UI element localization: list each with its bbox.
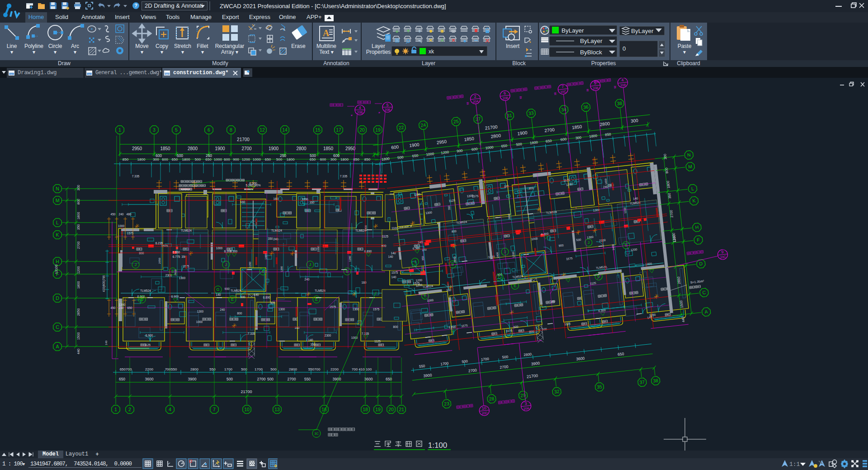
svg-text:160: 160 bbox=[362, 281, 367, 284]
svg-text:1800: 1800 bbox=[589, 134, 598, 139]
svg-text:300: 300 bbox=[76, 185, 80, 191]
svg-text:6.775: 6.775 bbox=[173, 255, 180, 258]
svg-text:A: A bbox=[56, 344, 59, 349]
svg-text:7: 7 bbox=[561, 85, 564, 89]
svg-text:#: # bbox=[351, 114, 353, 117]
svg-text:5: 5 bbox=[386, 103, 388, 107]
svg-text:15: 15 bbox=[315, 127, 321, 133]
svg-text:N: N bbox=[687, 152, 691, 158]
svg-text:21: 21 bbox=[399, 407, 404, 412]
svg-text:35: 35 bbox=[596, 384, 602, 389]
svg-text:xk: xk bbox=[429, 48, 434, 55]
svg-text:1800: 1800 bbox=[530, 140, 538, 145]
svg-text:550: 550 bbox=[304, 377, 311, 381]
svg-text:20B: 20B bbox=[593, 86, 599, 90]
svg-text:1200: 1200 bbox=[280, 266, 283, 272]
svg-text:37: 37 bbox=[639, 379, 645, 385]
svg-text:10: 10 bbox=[481, 406, 486, 411]
svg-text:650: 650 bbox=[119, 377, 125, 381]
svg-text:?: ? bbox=[134, 3, 137, 8]
svg-text:20C: 20C bbox=[560, 90, 566, 94]
svg-text:L: L bbox=[56, 220, 59, 225]
svg-text:600: 600 bbox=[162, 157, 168, 161]
svg-text:300: 300 bbox=[330, 157, 337, 161]
svg-text:1900: 1900 bbox=[215, 146, 225, 151]
svg-text:20B: 20B bbox=[620, 83, 626, 87]
svg-text:600: 600 bbox=[472, 147, 478, 152]
svg-text:1000: 1000 bbox=[253, 157, 261, 161]
svg-text:2700: 2700 bbox=[468, 368, 477, 373]
svg-text:1200: 1200 bbox=[415, 278, 423, 282]
svg-text:1000: 1000 bbox=[426, 152, 434, 157]
svg-text:300: 300 bbox=[153, 157, 159, 161]
svg-text:140: 140 bbox=[254, 293, 259, 296]
svg-text:20B: 20B bbox=[502, 96, 508, 100]
svg-text:1800: 1800 bbox=[340, 157, 349, 161]
svg-text:2650: 2650 bbox=[158, 257, 161, 264]
svg-text:2200: 2200 bbox=[145, 367, 153, 371]
svg-text:5: 5 bbox=[175, 127, 178, 133]
svg-text:28: 28 bbox=[489, 396, 495, 402]
svg-text:1000: 1000 bbox=[214, 157, 222, 161]
svg-text:650: 650 bbox=[265, 157, 271, 161]
svg-text:4: 4 bbox=[169, 407, 171, 412]
svg-text:440: 440 bbox=[76, 349, 80, 355]
svg-text:14: 14 bbox=[282, 127, 288, 133]
svg-text:650: 650 bbox=[618, 351, 624, 357]
svg-text:20C: 20C bbox=[720, 255, 726, 259]
svg-text:2: 2 bbox=[474, 94, 476, 99]
svg-text:6.900: 6.900 bbox=[146, 334, 153, 337]
svg-text:1800: 1800 bbox=[76, 212, 80, 220]
svg-text:700550: 700550 bbox=[165, 367, 177, 371]
svg-text:普: 普 bbox=[519, 95, 522, 100]
svg-text:2700: 2700 bbox=[288, 377, 296, 381]
svg-text:1:100: 1:100 bbox=[428, 441, 448, 450]
svg-text:410(600)790: 410(600)790 bbox=[102, 275, 106, 292]
svg-text:3: 3 bbox=[524, 401, 527, 406]
svg-text:500: 500 bbox=[267, 377, 274, 381]
svg-text:1: 1 bbox=[118, 127, 121, 133]
svg-text:3600: 3600 bbox=[364, 377, 373, 381]
svg-text:600: 600 bbox=[320, 157, 326, 161]
svg-text:500: 500 bbox=[462, 359, 468, 364]
svg-text:DWG: DWG bbox=[164, 73, 170, 76]
svg-text:3900: 3900 bbox=[531, 361, 540, 366]
svg-text:B: B bbox=[262, 269, 264, 274]
svg-text:1500: 1500 bbox=[76, 332, 80, 340]
svg-text:DWG: DWG bbox=[86, 73, 92, 76]
svg-text:800: 800 bbox=[451, 229, 457, 233]
svg-text:1500: 1500 bbox=[679, 300, 684, 309]
svg-text:650: 650 bbox=[412, 153, 419, 158]
svg-text:1800: 1800 bbox=[666, 180, 671, 189]
svg-text:2650: 2650 bbox=[76, 309, 80, 316]
svg-text:1125: 1125 bbox=[374, 340, 381, 343]
svg-text:900: 900 bbox=[233, 157, 239, 161]
svg-text:C: C bbox=[702, 290, 706, 295]
svg-text:350: 350 bbox=[310, 201, 315, 204]
svg-text:TLM524: TLM524 bbox=[422, 284, 434, 289]
svg-text:普: 普 bbox=[586, 88, 589, 92]
svg-text:34: 34 bbox=[561, 106, 567, 112]
svg-text:1700: 1700 bbox=[224, 367, 232, 371]
svg-text:1:1: 1:1 bbox=[789, 461, 800, 468]
svg-text:1000: 1000 bbox=[118, 224, 125, 228]
svg-text:2700: 2700 bbox=[76, 242, 80, 249]
svg-text:J: J bbox=[135, 262, 137, 267]
svg-text:850: 850 bbox=[123, 157, 129, 161]
svg-text:38: 38 bbox=[653, 378, 659, 384]
svg-text:650700: 650700 bbox=[120, 367, 132, 371]
svg-text:1800: 1800 bbox=[382, 157, 390, 161]
svg-text:500: 500 bbox=[513, 325, 519, 328]
svg-text:33: 33 bbox=[528, 110, 534, 116]
svg-text:500: 500 bbox=[241, 295, 245, 299]
svg-text:20A: 20A bbox=[472, 100, 478, 103]
svg-text:300: 300 bbox=[663, 154, 667, 160]
svg-text:900: 900 bbox=[225, 287, 230, 290]
svg-text:1575: 1575 bbox=[392, 271, 398, 274]
svg-text:2950: 2950 bbox=[345, 146, 356, 151]
svg-text:240: 240 bbox=[305, 278, 310, 281]
svg-text:800: 800 bbox=[393, 325, 398, 328]
svg-text:140: 140 bbox=[216, 293, 221, 296]
svg-text:500: 500 bbox=[542, 327, 547, 331]
svg-text:E: E bbox=[231, 297, 234, 302]
